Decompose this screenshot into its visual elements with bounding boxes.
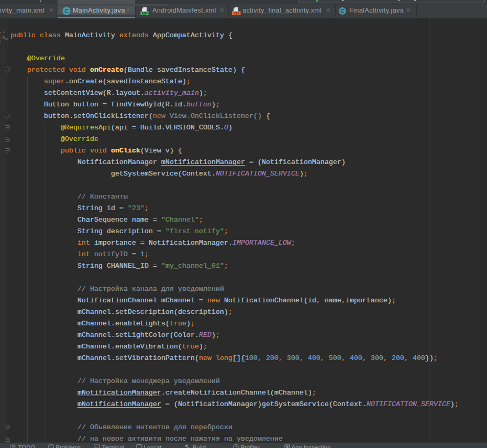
svg-text:</>: </> bbox=[234, 12, 239, 15]
svg-text:C: C bbox=[64, 8, 69, 14]
svg-text:MF: MF bbox=[141, 11, 148, 15]
svg-text:C: C bbox=[340, 8, 344, 14]
